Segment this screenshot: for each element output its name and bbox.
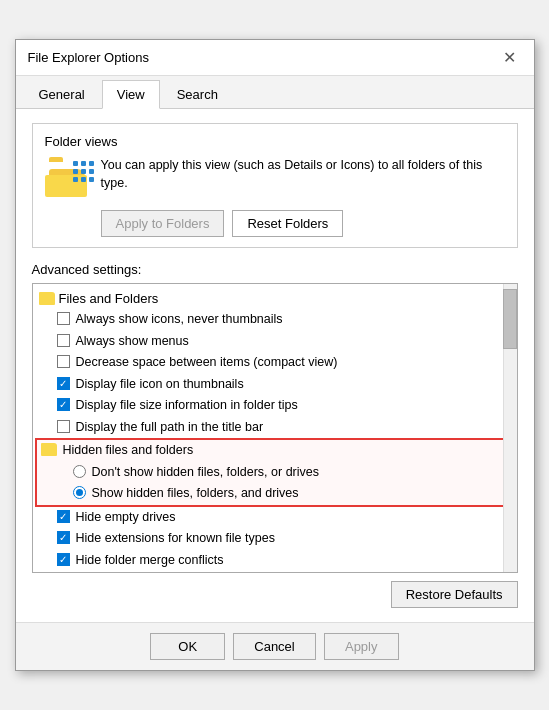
checkbox-always-show-menus[interactable] [57,334,70,347]
settings-list: Files and Folders Always show icons, nev… [33,284,517,573]
list-item[interactable]: Decrease space between items (compact vi… [33,352,517,374]
item-label: Don't show hidden files, folders, or dri… [92,464,509,482]
checkbox-hide-extensions[interactable] [57,531,70,544]
dialog-title: File Explorer Options [28,50,149,65]
item-label: Display file icon on thumbnails [76,376,511,394]
dialog-footer: OK Cancel Apply [16,622,534,670]
checkbox-hide-folder-merge[interactable] [57,553,70,566]
folder-views-description: You can apply this view (such as Details… [101,157,505,192]
restore-defaults-button[interactable]: Restore Defaults [391,581,518,608]
hidden-files-label: Hidden files and folders [63,442,509,460]
item-label: Always show menus [76,333,511,351]
item-label: Hide extensions for known file types [76,530,511,548]
list-item[interactable]: Don't show hidden files, folders, or dri… [37,462,513,484]
folder-tab [49,157,63,162]
checkbox-display-full-path[interactable] [57,420,70,433]
list-item[interactable]: Display the full path in the title bar [33,417,517,439]
scrollbar-track[interactable] [503,284,517,572]
list-item[interactable]: Always show icons, never thumbnails [33,309,517,331]
checkbox-decrease-space[interactable] [57,355,70,368]
folder-views-buttons: Apply to Folders Reset Folders [101,210,505,237]
item-label: Hide folder merge conflicts [76,552,511,570]
folder-views-inner: You can apply this view (such as Details… [45,157,505,237]
checkbox-always-show-icons[interactable] [57,312,70,325]
folder-views-label: Folder views [45,134,505,149]
close-button[interactable]: ✕ [498,46,522,70]
item-label: Display file size information in folder … [76,397,511,415]
settings-list-container[interactable]: Files and Folders Always show icons, nev… [32,283,518,573]
ok-button[interactable]: OK [150,633,225,660]
item-label: Hide empty drives [76,509,511,527]
list-item[interactable]: Hide empty drives [33,507,517,529]
list-item[interactable]: Display file icon on thumbnails [33,374,517,396]
folder-views-section: Folder views [32,123,518,248]
hidden-files-folder-icon [41,443,57,456]
list-item[interactable]: Hide protected operating system files (R… [33,571,517,573]
scrollbar-thumb[interactable] [503,289,517,349]
list-item[interactable]: Always show menus [33,331,517,353]
group-label: Files and Folders [59,291,159,306]
list-item[interactable]: Show hidden files, folders, and drives [37,483,513,505]
group-files-and-folders: Files and Folders [33,288,517,309]
list-item[interactable]: Hide extensions for known file types [33,528,517,550]
checkbox-display-file-icon[interactable] [57,377,70,390]
apply-button[interactable]: Apply [324,633,399,660]
tabs-bar: General View Search [16,76,534,109]
folder-icon-container [45,157,91,197]
list-item: Hidden files and folders [37,440,513,462]
radio-show-hidden[interactable] [73,486,86,499]
checkbox-hide-empty-drives[interactable] [57,510,70,523]
item-label: Show hidden files, folders, and drives [92,485,509,503]
checkbox-display-file-size[interactable] [57,398,70,411]
tab-view[interactable]: View [102,80,160,109]
apply-to-folders-button[interactable]: Apply to Folders [101,210,225,237]
grid-overlay [73,161,95,183]
advanced-settings-label: Advanced settings: [32,262,518,277]
radio-dont-show-hidden[interactable] [73,465,86,478]
tab-general[interactable]: General [24,80,100,108]
list-item[interactable]: Hide folder merge conflicts [33,550,517,572]
title-bar: File Explorer Options ✕ [16,40,534,76]
reset-folders-button[interactable]: Reset Folders [232,210,343,237]
file-explorer-options-dialog: File Explorer Options ✕ General View Sea… [15,39,535,671]
folder-icon [45,157,91,197]
folder-views-right: You can apply this view (such as Details… [101,157,505,237]
restore-defaults-section: Restore Defaults [32,573,518,608]
hidden-files-highlight-box: Hidden files and folders Don't show hidd… [35,438,515,507]
cancel-button[interactable]: Cancel [233,633,315,660]
list-item[interactable]: Display file size information in folder … [33,395,517,417]
group-folder-icon [39,292,55,305]
item-label: Display the full path in the title bar [76,419,511,437]
item-label: Always show icons, never thumbnails [76,311,511,329]
content-area: Folder views [16,109,534,622]
item-label: Decrease space between items (compact vi… [76,354,511,372]
tab-search[interactable]: Search [162,80,233,108]
